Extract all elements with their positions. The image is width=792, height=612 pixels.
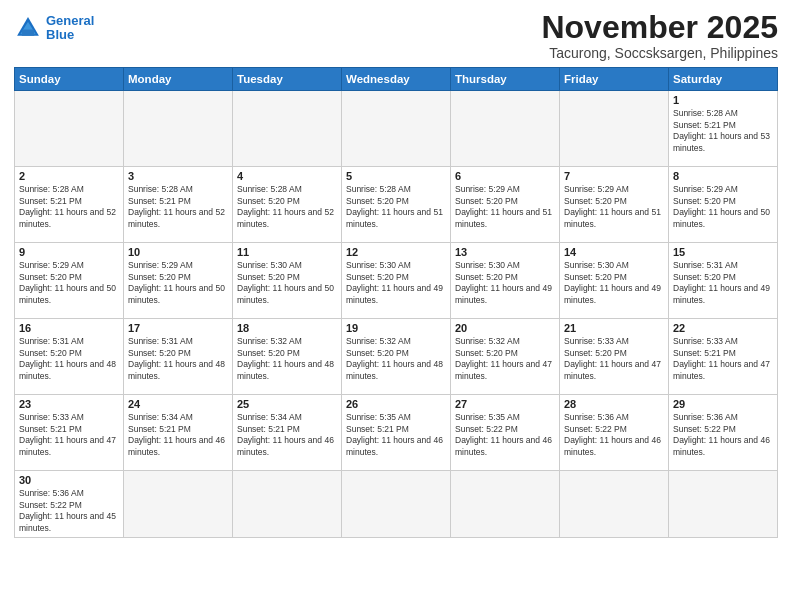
- day-number: 27: [455, 398, 555, 410]
- calendar-cell: 28Sunrise: 5:36 AMSunset: 5:22 PMDayligh…: [560, 395, 669, 471]
- day-info: Sunrise: 5:28 AMSunset: 5:21 PMDaylight:…: [19, 184, 119, 230]
- day-number: 21: [564, 322, 664, 334]
- col-monday: Monday: [124, 68, 233, 91]
- day-number: 1: [673, 94, 773, 106]
- col-saturday: Saturday: [669, 68, 778, 91]
- day-info: Sunrise: 5:36 AMSunset: 5:22 PMDaylight:…: [19, 488, 119, 534]
- calendar-week-row: 2Sunrise: 5:28 AMSunset: 5:21 PMDaylight…: [15, 167, 778, 243]
- calendar-cell: [451, 471, 560, 538]
- calendar-cell: [233, 471, 342, 538]
- calendar-cell: 29Sunrise: 5:36 AMSunset: 5:22 PMDayligh…: [669, 395, 778, 471]
- day-number: 13: [455, 246, 555, 258]
- calendar-week-row: 1Sunrise: 5:28 AMSunset: 5:21 PMDaylight…: [15, 91, 778, 167]
- calendar-header-row: Sunday Monday Tuesday Wednesday Thursday…: [15, 68, 778, 91]
- calendar-cell: 13Sunrise: 5:30 AMSunset: 5:20 PMDayligh…: [451, 243, 560, 319]
- day-info: Sunrise: 5:33 AMSunset: 5:21 PMDaylight:…: [19, 412, 119, 458]
- day-number: 29: [673, 398, 773, 410]
- day-number: 19: [346, 322, 446, 334]
- day-number: 25: [237, 398, 337, 410]
- logo: General Blue: [14, 14, 94, 43]
- calendar-cell: 23Sunrise: 5:33 AMSunset: 5:21 PMDayligh…: [15, 395, 124, 471]
- calendar-cell: 8Sunrise: 5:29 AMSunset: 5:20 PMDaylight…: [669, 167, 778, 243]
- day-number: 24: [128, 398, 228, 410]
- day-number: 30: [19, 474, 119, 486]
- day-info: Sunrise: 5:32 AMSunset: 5:20 PMDaylight:…: [455, 336, 555, 382]
- calendar-cell: 27Sunrise: 5:35 AMSunset: 5:22 PMDayligh…: [451, 395, 560, 471]
- calendar-cell: 24Sunrise: 5:34 AMSunset: 5:21 PMDayligh…: [124, 395, 233, 471]
- day-info: Sunrise: 5:28 AMSunset: 5:20 PMDaylight:…: [237, 184, 337, 230]
- day-info: Sunrise: 5:29 AMSunset: 5:20 PMDaylight:…: [564, 184, 664, 230]
- calendar-cell: 14Sunrise: 5:30 AMSunset: 5:20 PMDayligh…: [560, 243, 669, 319]
- day-info: Sunrise: 5:30 AMSunset: 5:20 PMDaylight:…: [346, 260, 446, 306]
- day-info: Sunrise: 5:29 AMSunset: 5:20 PMDaylight:…: [673, 184, 773, 230]
- day-info: Sunrise: 5:34 AMSunset: 5:21 PMDaylight:…: [128, 412, 228, 458]
- title-block: November 2025 Tacurong, Soccsksargen, Ph…: [541, 10, 778, 61]
- svg-rect-2: [22, 30, 34, 36]
- calendar-cell: [124, 91, 233, 167]
- calendar-cell: 1Sunrise: 5:28 AMSunset: 5:21 PMDaylight…: [669, 91, 778, 167]
- calendar-cell: [451, 91, 560, 167]
- day-info: Sunrise: 5:28 AMSunset: 5:20 PMDaylight:…: [346, 184, 446, 230]
- day-number: 18: [237, 322, 337, 334]
- calendar-cell: 22Sunrise: 5:33 AMSunset: 5:21 PMDayligh…: [669, 319, 778, 395]
- day-number: 3: [128, 170, 228, 182]
- calendar-cell: [233, 91, 342, 167]
- col-tuesday: Tuesday: [233, 68, 342, 91]
- day-info: Sunrise: 5:36 AMSunset: 5:22 PMDaylight:…: [673, 412, 773, 458]
- calendar-week-row: 9Sunrise: 5:29 AMSunset: 5:20 PMDaylight…: [15, 243, 778, 319]
- day-number: 20: [455, 322, 555, 334]
- day-number: 4: [237, 170, 337, 182]
- day-info: Sunrise: 5:35 AMSunset: 5:22 PMDaylight:…: [455, 412, 555, 458]
- day-number: 17: [128, 322, 228, 334]
- day-info: Sunrise: 5:36 AMSunset: 5:22 PMDaylight:…: [564, 412, 664, 458]
- calendar-cell: [342, 91, 451, 167]
- day-number: 6: [455, 170, 555, 182]
- day-number: 2: [19, 170, 119, 182]
- calendar-cell: 7Sunrise: 5:29 AMSunset: 5:20 PMDaylight…: [560, 167, 669, 243]
- calendar-cell: [560, 471, 669, 538]
- header: General Blue November 2025 Tacurong, Soc…: [14, 10, 778, 61]
- calendar-cell: 16Sunrise: 5:31 AMSunset: 5:20 PMDayligh…: [15, 319, 124, 395]
- day-info: Sunrise: 5:29 AMSunset: 5:20 PMDaylight:…: [455, 184, 555, 230]
- calendar-cell: 12Sunrise: 5:30 AMSunset: 5:20 PMDayligh…: [342, 243, 451, 319]
- calendar-cell: 2Sunrise: 5:28 AMSunset: 5:21 PMDaylight…: [15, 167, 124, 243]
- day-info: Sunrise: 5:29 AMSunset: 5:20 PMDaylight:…: [128, 260, 228, 306]
- col-friday: Friday: [560, 68, 669, 91]
- day-info: Sunrise: 5:35 AMSunset: 5:21 PMDaylight:…: [346, 412, 446, 458]
- calendar-cell: 26Sunrise: 5:35 AMSunset: 5:21 PMDayligh…: [342, 395, 451, 471]
- calendar-cell: [342, 471, 451, 538]
- calendar-cell: [124, 471, 233, 538]
- logo-line2: Blue: [46, 27, 74, 42]
- day-number: 16: [19, 322, 119, 334]
- month-title: November 2025: [541, 10, 778, 45]
- calendar-week-row: 30Sunrise: 5:36 AMSunset: 5:22 PMDayligh…: [15, 471, 778, 538]
- day-info: Sunrise: 5:32 AMSunset: 5:20 PMDaylight:…: [237, 336, 337, 382]
- day-number: 5: [346, 170, 446, 182]
- calendar-cell: 19Sunrise: 5:32 AMSunset: 5:20 PMDayligh…: [342, 319, 451, 395]
- calendar-cell: [560, 91, 669, 167]
- day-info: Sunrise: 5:30 AMSunset: 5:20 PMDaylight:…: [564, 260, 664, 306]
- day-number: 15: [673, 246, 773, 258]
- day-number: 9: [19, 246, 119, 258]
- day-number: 10: [128, 246, 228, 258]
- col-thursday: Thursday: [451, 68, 560, 91]
- calendar-table: Sunday Monday Tuesday Wednesday Thursday…: [14, 67, 778, 538]
- calendar-cell: 5Sunrise: 5:28 AMSunset: 5:20 PMDaylight…: [342, 167, 451, 243]
- calendar-cell: 15Sunrise: 5:31 AMSunset: 5:20 PMDayligh…: [669, 243, 778, 319]
- calendar-cell: 4Sunrise: 5:28 AMSunset: 5:20 PMDaylight…: [233, 167, 342, 243]
- calendar-cell: 18Sunrise: 5:32 AMSunset: 5:20 PMDayligh…: [233, 319, 342, 395]
- day-info: Sunrise: 5:30 AMSunset: 5:20 PMDaylight:…: [237, 260, 337, 306]
- day-number: 22: [673, 322, 773, 334]
- day-info: Sunrise: 5:33 AMSunset: 5:21 PMDaylight:…: [673, 336, 773, 382]
- day-number: 28: [564, 398, 664, 410]
- calendar-cell: 3Sunrise: 5:28 AMSunset: 5:21 PMDaylight…: [124, 167, 233, 243]
- day-info: Sunrise: 5:28 AMSunset: 5:21 PMDaylight:…: [128, 184, 228, 230]
- calendar-cell: 20Sunrise: 5:32 AMSunset: 5:20 PMDayligh…: [451, 319, 560, 395]
- calendar-cell: 10Sunrise: 5:29 AMSunset: 5:20 PMDayligh…: [124, 243, 233, 319]
- day-info: Sunrise: 5:34 AMSunset: 5:21 PMDaylight:…: [237, 412, 337, 458]
- logo-icon: [14, 14, 42, 42]
- calendar-cell: [669, 471, 778, 538]
- day-info: Sunrise: 5:31 AMSunset: 5:20 PMDaylight:…: [128, 336, 228, 382]
- page: General Blue November 2025 Tacurong, Soc…: [0, 0, 792, 612]
- day-info: Sunrise: 5:31 AMSunset: 5:20 PMDaylight:…: [673, 260, 773, 306]
